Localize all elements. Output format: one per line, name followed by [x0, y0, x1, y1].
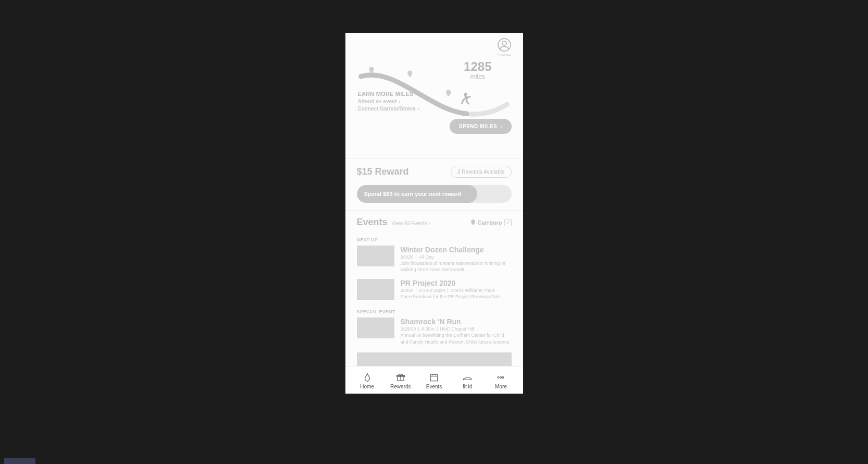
event-thumbnail [357, 318, 394, 338]
event-name: Winter Dozen Challenge [401, 246, 512, 254]
rewards-header: $15 Reward 2 Rewards Available [357, 166, 512, 178]
chevron-right-icon: › [500, 124, 502, 129]
event-name: Shamrock 'N Run [401, 318, 512, 326]
event-desc: Speed workout for the PR Project Running… [401, 294, 512, 300]
more-icon [496, 373, 505, 382]
event-thumbnail [357, 246, 394, 266]
events-location: Carrboro [477, 219, 502, 226]
event-item[interactable]: Shamrock 'N Run 2/29/20|8:30m|UNC Chapel… [357, 318, 512, 345]
svg-rect-5 [430, 374, 438, 381]
event-meta: 2/3/20|All Day [401, 254, 512, 260]
svg-point-7 [500, 376, 502, 378]
profile-button[interactable]: PROFILE [497, 38, 511, 56]
attend-event-label: Attend an event [358, 99, 397, 104]
divider [345, 158, 523, 158]
next-up-heading: NEXT UP [357, 237, 512, 242]
svg-point-6 [498, 376, 499, 378]
corner-decoration [4, 458, 35, 464]
edit-location-button[interactable] [504, 219, 512, 226]
calendar-icon [429, 373, 439, 382]
special-event-heading: SPECIAL EVENT [357, 309, 512, 314]
tab-more-label: More [495, 384, 507, 389]
spend-miles-button[interactable]: SPEND MILES › [450, 119, 512, 134]
event-thumbnail [357, 279, 394, 300]
svg-point-1 [502, 41, 506, 45]
event-item[interactable]: Winter Dozen Challenge 2/3/20|All Day Jo… [357, 246, 512, 273]
miles-count: 1285 miles [464, 59, 491, 80]
events-title: Events [357, 217, 388, 228]
event-desc: Join thousands of runners nationwide in … [401, 260, 512, 273]
chevron-right-icon: › [429, 221, 430, 226]
divider-dashed [345, 210, 523, 211]
event-name: PR Project 2020 [401, 279, 512, 287]
attend-event-link[interactable]: Attend an event › [358, 99, 419, 104]
chevron-right-icon: › [418, 106, 419, 112]
spend-miles-label: SPEND MILES [459, 124, 497, 129]
miles-block: 1285 miles EARN MORE MILES Attend an eve… [357, 56, 512, 129]
tab-home[interactable]: Home [351, 373, 384, 389]
miles-unit: miles [470, 73, 485, 80]
rewards-available-label: 2 Rewards Available [457, 169, 504, 175]
tab-events[interactable]: Events [417, 373, 451, 389]
earn-more-block: EARN MORE MILES Attend an event › Connec… [358, 91, 419, 112]
reward-title: $15 Reward [357, 166, 409, 177]
tab-fit-label: fit id [463, 384, 472, 389]
connect-garmin-label: Connect Garmin/Strava [358, 106, 416, 112]
shoe-icon [463, 373, 472, 382]
tab-rewards[interactable]: Rewards [384, 373, 417, 389]
svg-point-8 [502, 376, 504, 378]
event-desc: Annual 5k benefitting the Durham Center … [401, 332, 512, 345]
earn-more-title: EARN MORE MILES [358, 91, 419, 97]
tab-fit-id[interactable]: fit id [451, 373, 484, 389]
profile-icon [498, 38, 511, 52]
reward-progress: Spend $83 to earn your next reward [357, 185, 512, 203]
rewards-available-button[interactable]: 2 Rewards Available [451, 166, 511, 178]
connect-garmin-link[interactable]: Connect Garmin/Strava › [358, 106, 419, 112]
event-meta: 2/3/20|6:30-8:30pm|Morris Williams Track [401, 288, 512, 293]
tab-events-label: Events [426, 384, 442, 389]
view-all-events-label: View All Events [392, 221, 427, 226]
reward-progress-label: Spend $83 to earn your next reward [364, 191, 461, 197]
pencil-icon [506, 221, 510, 225]
view-all-events-link[interactable]: View All Events › [392, 221, 430, 226]
tab-more[interactable]: More [484, 373, 517, 389]
app-screen: PROFILE [345, 33, 523, 394]
pin-icon [471, 219, 475, 225]
miles-number: 1285 [464, 59, 491, 74]
gift-icon [396, 373, 405, 382]
event-item[interactable]: PR Project 2020 2/3/20|6:30-8:30pm|Morri… [357, 279, 512, 300]
tab-bar: Home Rewards Events fit id More [345, 367, 523, 394]
promo-banner [357, 352, 512, 366]
chevron-right-icon: › [399, 99, 401, 104]
tab-rewards-label: Rewards [390, 384, 411, 389]
event-meta: 2/29/20|8:30m|UNC Chapel Hill [401, 326, 512, 332]
leaf-icon [363, 373, 372, 382]
tab-home-label: Home [360, 384, 374, 389]
